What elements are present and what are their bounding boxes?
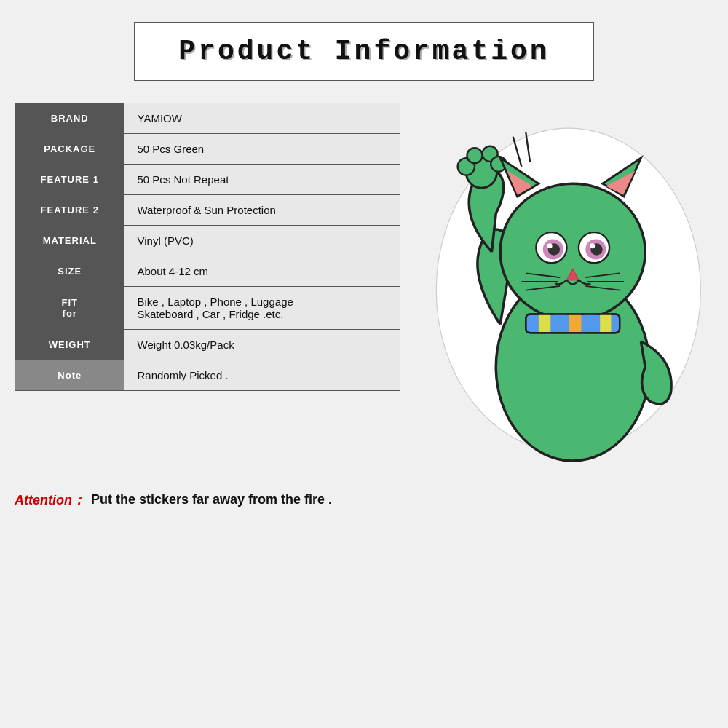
table-row: FIT forBike , Laptop , Phone , Luggage S… (15, 287, 400, 330)
attention-label: Attention： (15, 491, 85, 509)
row-value-8: Randomly Picked . (124, 360, 400, 391)
table-row: SIZEAbout 4-12 cm (15, 256, 400, 287)
header-section: Product Information (0, 0, 728, 95)
row-label-3: FEATURE 2 (15, 195, 124, 226)
table-row: BRANDYAMIOW (15, 103, 400, 134)
row-value-4: Vinyl (PVC) (124, 226, 400, 256)
row-value-7: Weight 0.03kg/Pack (124, 330, 400, 360)
row-label-0: BRAND (15, 103, 124, 134)
row-value-1: 50 Pcs Green (124, 134, 400, 165)
row-value-3: Waterproof & Sun Protection (124, 195, 400, 226)
info-table: BRANDYAMIOWPACKAGE50 Pcs GreenFEATURE 15… (15, 103, 400, 391)
svg-point-21 (590, 243, 595, 248)
page-container: Product Information BRANDYAMIOWPACKAGE50… (0, 0, 728, 728)
row-value-0: YAMIOW (124, 103, 400, 134)
attention-text: Put the stickers far away from the fire … (91, 492, 332, 507)
row-label-2: FEATURE 1 (15, 165, 124, 195)
row-value-2: 50 Pcs Not Repeat (124, 165, 400, 195)
table-row: FEATURE 2Waterproof & Sun Protection (15, 195, 400, 226)
svg-rect-33 (585, 314, 596, 333)
image-section (415, 103, 713, 470)
table-row: NoteRandomly Picked . (15, 360, 400, 391)
page-title: Product Information (178, 36, 549, 67)
row-label-1: PACKAGE (15, 134, 124, 165)
svg-rect-34 (600, 314, 611, 333)
row-value-6: Bike , Laptop , Phone , Luggage Skateboa… (124, 287, 400, 330)
svg-rect-32 (569, 314, 581, 333)
table-section: BRANDYAMIOWPACKAGE50 Pcs GreenFEATURE 15… (15, 103, 400, 470)
row-label-6: FIT for (15, 287, 124, 330)
table-row: FEATURE 150 Pcs Not Repeat (15, 165, 400, 195)
table-row: MATERIALVinyl (PVC) (15, 226, 400, 256)
svg-rect-31 (554, 314, 566, 333)
cat-image (415, 103, 713, 470)
row-label-5: SIZE (15, 256, 124, 287)
svg-point-7 (500, 183, 645, 320)
row-label-8: Note (15, 360, 124, 391)
svg-point-20 (547, 243, 553, 248)
row-label-7: WEIGHT (15, 330, 124, 360)
attention-section: Attention： Put the stickers far away fro… (0, 477, 728, 523)
row-label-4: MATERIAL (15, 226, 124, 256)
row-value-5: About 4-12 cm (124, 256, 400, 287)
table-row: PACKAGE50 Pcs Green (15, 134, 400, 165)
svg-point-4 (467, 148, 482, 163)
table-row: WEIGHTWeight 0.03kg/Pack (15, 330, 400, 360)
content-area: BRANDYAMIOWPACKAGE50 Pcs GreenFEATURE 15… (0, 95, 728, 477)
svg-rect-30 (539, 314, 550, 333)
title-box: Product Information (134, 22, 593, 81)
